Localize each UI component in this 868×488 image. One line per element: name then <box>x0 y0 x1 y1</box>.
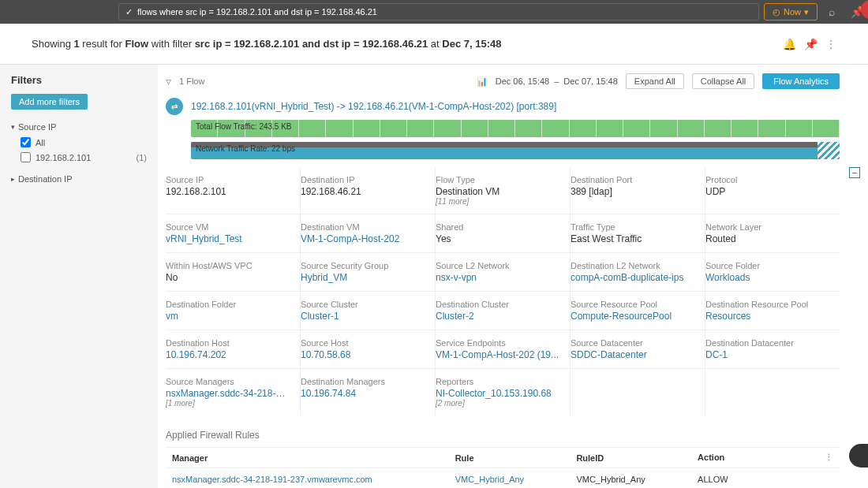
col-ruleid[interactable]: RuleID <box>570 448 691 468</box>
detail-value[interactable]: SDDC-Datacenter <box>571 349 695 360</box>
pin-icon[interactable]: 📌 <box>804 38 817 50</box>
detail-value[interactable]: VM-1-CompA-Host-202 <box>301 233 425 244</box>
detail-cell: Source Host10.70.58.68 <box>301 330 436 368</box>
detail-value[interactable]: NI-Collector_10.153.190.68 <box>436 388 560 399</box>
result-mid1: result for <box>80 38 125 50</box>
detail-value[interactable]: Cluster-1 <box>301 311 425 322</box>
detail-cell: ReportersNI-Collector_10.153.190.68[2 mo… <box>436 369 571 415</box>
bell-icon[interactable]: 🔔 <box>783 38 796 50</box>
dash-icon: – <box>554 76 559 86</box>
result-header: Showing 1 result for Flow with filter sr… <box>0 24 868 65</box>
detail-label: Destination IP <box>301 175 425 184</box>
result-time: Dec 7, 15:48 <box>442 38 501 50</box>
filter-checkbox[interactable] <box>21 137 31 147</box>
filter-item[interactable]: 192.168.2.101(1) <box>11 150 147 165</box>
detail-label: Destination Cluster <box>436 300 560 309</box>
detail-value[interactable]: Resources <box>705 311 830 322</box>
detail-row: Destination FoldervmSource ClusterCluste… <box>166 291 840 330</box>
time-now-button[interactable]: ◴ Now ▾ <box>764 3 817 20</box>
col-rule[interactable]: Rule <box>449 448 571 468</box>
col-action-label: Action <box>698 453 724 462</box>
col-action[interactable]: Action⋮ <box>691 448 840 468</box>
detail-value: 192.168.2.101 <box>166 186 290 197</box>
detail-more[interactable]: [1 more] <box>166 399 290 408</box>
time-range[interactable]: Dec 06, 15:48 – Dec 07, 15:48 <box>496 76 618 86</box>
detail-value: Destination VM <box>436 186 560 197</box>
detail-value[interactable]: compA-comB-duplicate-ips <box>571 272 695 283</box>
detail-value[interactable]: Compute-ResourcePool <box>571 311 695 322</box>
detail-row: Within Host/AWS VPCNoSource Security Gro… <box>166 252 840 291</box>
detail-label: Service Endpoints <box>436 338 560 348</box>
detail-row: Source IP192.168.2.101Destination IP192.… <box>166 167 840 214</box>
detail-value[interactable]: nsx-v-vpn <box>436 272 560 283</box>
chart-icon: 📊 <box>477 76 488 87</box>
detail-value[interactable]: vRNI_Hybrid_Test <box>166 233 290 244</box>
detail-cell: Source FolderWorkloads <box>705 253 840 291</box>
detail-value: East West Traffic <box>571 233 695 244</box>
detail-value[interactable]: Cluster-2 <box>436 311 560 322</box>
detail-cell: Source DatacenterSDDC-Datacenter <box>571 330 705 368</box>
chevron-down-icon: ▾ <box>804 7 809 17</box>
detail-row: Destination Host10.196.74.202Source Host… <box>166 330 840 368</box>
detail-value[interactable]: VM-1-CompA-Host-202 (19... <box>436 349 560 360</box>
collapse-all-button[interactable]: Collapse All <box>692 73 754 89</box>
detail-value[interactable]: Hybrid_VM <box>301 272 425 283</box>
detail-value[interactable]: 10.196.74.202 <box>166 349 290 360</box>
detail-label: Destination Datacenter <box>705 338 830 348</box>
detail-value[interactable]: 10.196.74.84 <box>301 388 425 399</box>
total-flow-traffic-bar[interactable]: Total Flow Traffic: 243.5 KB <box>191 120 840 137</box>
detail-cell: Destination IP192.168.46.21 <box>301 167 436 214</box>
detail-label: Source VM <box>166 222 290 232</box>
filter-item[interactable]: All <box>11 135 147 150</box>
manager-cell[interactable]: nsxManager.sddc-34-218-191-237.vmwarevmc… <box>166 468 449 489</box>
detail-value[interactable]: DC-1 <box>705 349 830 360</box>
result-count: 1 <box>73 38 79 50</box>
detail-row: Source ManagersnsxManager.sddc-34-218-19… <box>166 368 840 415</box>
detail-cell: Service EndpointsVM-1-CompA-Host-202 (19… <box>436 330 571 368</box>
network-traffic-rate-bar[interactable]: Network Traffic Rate: 22 bps <box>191 142 840 159</box>
detail-label: Flow Type <box>436 175 560 184</box>
detail-label: Destination VM <box>301 222 425 232</box>
detail-cell: Source IP192.168.2.101 <box>166 167 301 214</box>
filter-group-destination-ip[interactable]: Destination IP <box>11 171 147 187</box>
search-icon[interactable]: ⌕ <box>821 6 843 18</box>
detail-value: Yes <box>436 233 560 244</box>
filter-checkbox[interactable] <box>21 152 31 162</box>
expand-all-button[interactable]: Expand All <box>626 73 684 89</box>
detail-cell: Destination L2 NetworkcompA-comB-duplica… <box>571 253 705 291</box>
detail-cell: Source ClusterCluster-1 <box>301 292 436 330</box>
detail-value[interactable]: 10.70.58.68 <box>301 349 425 360</box>
detail-label: Destination Port <box>571 175 695 184</box>
detail-value: UDP <box>705 186 830 197</box>
detail-more[interactable]: [11 more] <box>436 197 560 206</box>
range-to: Dec 07, 15:48 <box>563 76 618 86</box>
flow-title[interactable]: 192.168.2.101(vRNI_Hybrid_Test) -> 192.1… <box>191 101 556 112</box>
help-badge[interactable] <box>849 444 868 468</box>
detail-label: Source Host <box>301 338 425 348</box>
detail-label: Traffic Type <box>571 222 695 232</box>
collapse-icon[interactable]: – <box>849 167 860 178</box>
detail-value[interactable]: vm <box>166 311 290 322</box>
funnel-icon[interactable]: ▿ <box>166 75 171 88</box>
detail-value[interactable]: Workloads <box>705 272 830 283</box>
detail-more[interactable]: [2 more] <box>436 399 560 408</box>
detail-label: Destination Host <box>166 338 290 348</box>
search-bar[interactable]: ✓ flows where src ip = 192.168.2.101 and… <box>118 3 759 20</box>
rule-cell[interactable]: VMC_Hybrid_Any <box>449 468 571 489</box>
check-icon: ✓ <box>125 7 133 17</box>
filters-sidebar: Filters Add more filters Source IPAll192… <box>0 65 158 488</box>
kebab-icon[interactable]: ⋮ <box>825 453 833 463</box>
detail-value[interactable]: nsxManager.sddc-34-218-19... <box>166 388 290 399</box>
detail-label: Source Datacenter <box>571 338 695 348</box>
kebab-icon[interactable]: ⋮ <box>825 38 836 50</box>
filter-group-source-ip[interactable]: Source IP <box>11 119 147 135</box>
total-flow-traffic-label: Total Flow Traffic: 243.5 KB <box>196 122 292 131</box>
clock-icon: ◴ <box>773 7 780 17</box>
detail-cell: Destination ClusterCluster-2 <box>436 292 571 330</box>
detail-label: Destination Managers <box>301 377 425 386</box>
flow-analytics-button[interactable]: Flow Analytics <box>762 73 840 89</box>
col-manager[interactable]: Manager <box>166 448 449 468</box>
add-more-filters-button[interactable]: Add more filters <box>11 94 88 110</box>
detail-cell: Source VMvRNI_Hybrid_Test <box>166 214 301 252</box>
detail-cell: Source Security GroupHybrid_VM <box>301 253 436 291</box>
